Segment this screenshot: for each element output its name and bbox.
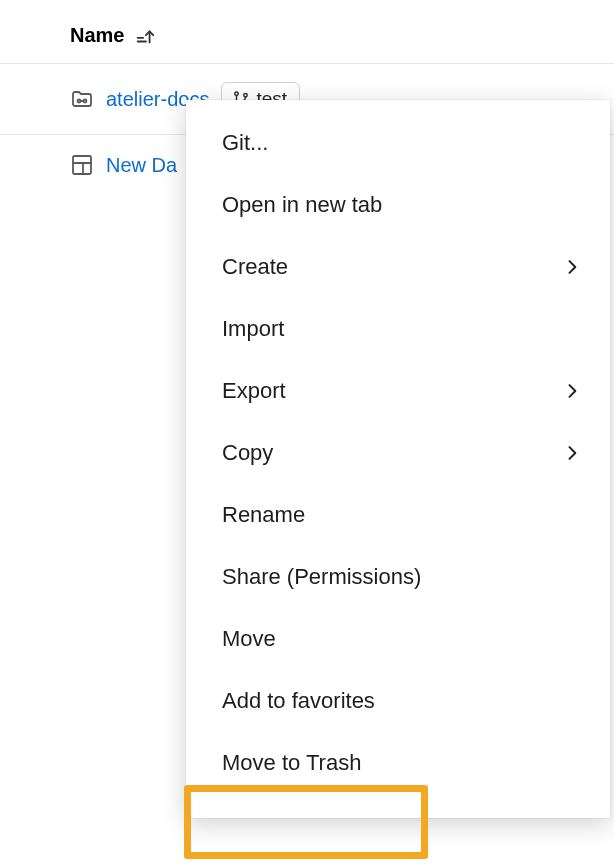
menu-item-label: Export: [222, 378, 286, 404]
chevron-right-icon: [562, 381, 582, 401]
menu-item-label: Create: [222, 254, 288, 280]
menu-item-import[interactable]: Import: [186, 298, 610, 360]
menu-item-copy[interactable]: Copy: [186, 422, 610, 484]
column-header[interactable]: Name: [0, 0, 614, 63]
sort-ascending-icon[interactable]: [134, 25, 156, 47]
menu-item-open-new-tab[interactable]: Open in new tab: [186, 174, 610, 236]
menu-item-label: Copy: [222, 440, 273, 466]
context-menu: Git... Open in new tab Create Import Exp…: [186, 100, 610, 818]
menu-item-move-to-trash[interactable]: Move to Trash: [186, 732, 610, 794]
row-item-name[interactable]: New Da: [106, 154, 177, 177]
menu-item-label: Open in new tab: [222, 192, 382, 218]
menu-item-label: Move to Trash: [222, 750, 361, 776]
folder-git-icon: [70, 87, 94, 111]
menu-item-label: Move: [222, 626, 276, 652]
menu-item-rename[interactable]: Rename: [186, 484, 610, 546]
menu-item-add-favorites[interactable]: Add to favorites: [186, 670, 610, 732]
menu-item-create[interactable]: Create: [186, 236, 610, 298]
menu-item-label: Import: [222, 316, 284, 342]
menu-item-label: Rename: [222, 502, 305, 528]
chevron-right-icon: [562, 257, 582, 277]
menu-item-git[interactable]: Git...: [186, 112, 610, 174]
menu-item-move[interactable]: Move: [186, 608, 610, 670]
chevron-right-icon: [562, 443, 582, 463]
svg-rect-10: [73, 156, 91, 174]
dashboard-icon: [70, 153, 94, 177]
menu-item-label: Git...: [222, 130, 268, 156]
menu-item-share-permissions[interactable]: Share (Permissions): [186, 546, 610, 608]
menu-item-label: Share (Permissions): [222, 564, 421, 590]
column-header-name: Name: [70, 24, 124, 47]
menu-item-export[interactable]: Export: [186, 360, 610, 422]
menu-item-label: Add to favorites: [222, 688, 375, 714]
